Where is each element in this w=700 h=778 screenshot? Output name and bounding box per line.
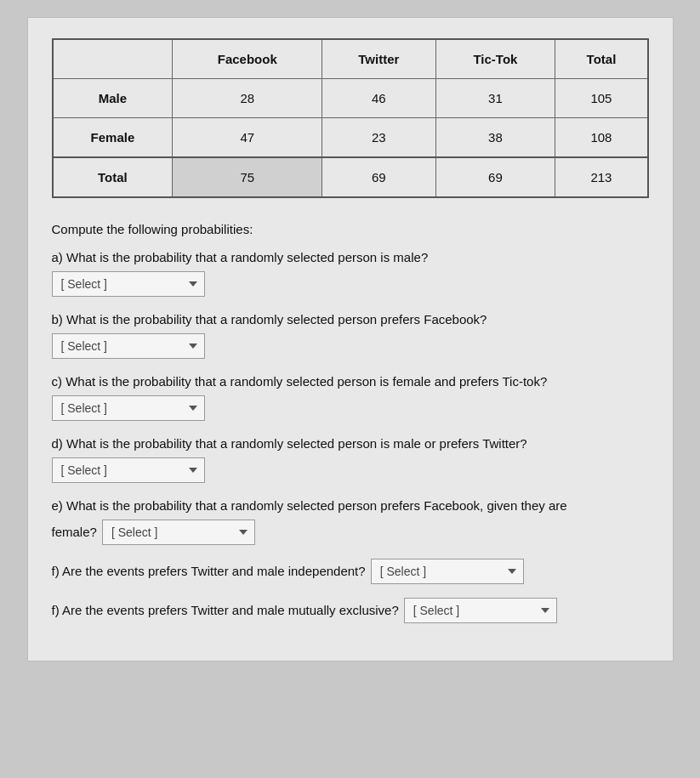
select-b[interactable]: [ Select ] 105/213 108/213 75/213 69/213… [52, 333, 205, 359]
select-c[interactable]: [ Select ] 105/213 108/213 75/213 69/213… [52, 395, 205, 421]
cell-total-twitter: 69 [322, 157, 435, 197]
question-a-select-row: [ Select ] 105/213 108/213 75/213 69/213… [52, 271, 649, 297]
select-f1[interactable]: [ Select ] Yes No [371, 559, 524, 584]
question-c-select-row: [ Select ] 105/213 108/213 75/213 69/213… [52, 395, 649, 421]
question-b-block: b) What is the probability that a random… [52, 310, 649, 359]
row-label-total: Total [53, 157, 173, 197]
question-f1-prefix: f) Are the events prefers Twitter and ma… [52, 562, 366, 582]
question-d-text: d) What is the probability that a random… [52, 434, 649, 452]
question-d-select-row: [ Select ] 105/213 108/213 75/213 69/213… [52, 457, 649, 483]
cell-female-tictok: 38 [435, 118, 555, 158]
question-section: Compute the following probabilities: a) … [52, 222, 649, 623]
question-a-text: a) What is the probability that a random… [52, 248, 649, 266]
cell-male-facebook: 28 [173, 79, 322, 118]
header-empty [53, 39, 173, 79]
cell-male-total: 105 [555, 79, 648, 118]
header-facebook: Facebook [173, 39, 322, 79]
header-total: Total [555, 39, 648, 79]
question-e-inline: female? [ Select ] 105/213 108/213 75/21… [52, 520, 649, 545]
page-container: Facebook Twitter Tic-Tok Total Male 28 4… [27, 17, 674, 662]
question-c-text: c) What is the probability that a random… [52, 372, 649, 390]
question-e-inline-label: female? [52, 523, 97, 542]
question-f2-inline: f) Are the events prefers Twitter and ma… [52, 598, 649, 623]
cell-total-tictok: 69 [435, 157, 555, 197]
question-b-select-row: [ Select ] 105/213 108/213 75/213 69/213… [52, 333, 649, 359]
question-e-block: e) What is the probability that a random… [52, 497, 649, 545]
select-a[interactable]: [ Select ] 105/213 108/213 75/213 69/213… [52, 271, 205, 297]
select-f2[interactable]: [ Select ] Yes No [404, 598, 557, 623]
intro-text: Compute the following probabilities: [52, 222, 649, 236]
question-f1-inline: f) Are the events prefers Twitter and ma… [52, 559, 649, 584]
select-d[interactable]: [ Select ] 105/213 108/213 75/213 69/213… [52, 457, 205, 483]
question-f2-prefix: f) Are the events prefers Twitter and ma… [52, 601, 399, 621]
question-a-block: a) What is the probability that a random… [52, 248, 649, 297]
row-label-female: Female [53, 118, 173, 158]
row-label-male: Male [53, 79, 173, 118]
question-c-block: c) What is the probability that a random… [52, 372, 649, 421]
cell-female-twitter: 23 [322, 118, 435, 158]
question-d-block: d) What is the probability that a random… [52, 434, 649, 483]
select-e[interactable]: [ Select ] 105/213 108/213 75/213 69/213… [102, 520, 255, 545]
table-row: Female 47 23 38 108 [53, 118, 648, 158]
cell-male-twitter: 46 [322, 79, 435, 118]
question-f1-block: f) Are the events prefers Twitter and ma… [52, 559, 649, 584]
table-row: Male 28 46 31 105 [53, 79, 648, 118]
question-b-text: b) What is the probability that a random… [52, 310, 649, 328]
header-twitter: Twitter [322, 39, 435, 79]
cell-female-total: 108 [555, 118, 648, 158]
cell-female-facebook: 47 [173, 118, 322, 158]
cell-total-total: 213 [555, 157, 648, 197]
header-tictok: Tic-Tok [435, 39, 555, 79]
cell-total-facebook: 75 [173, 157, 322, 197]
question-e-prefix: e) What is the probability that a random… [52, 497, 649, 514]
table-row: Total 75 69 69 213 [53, 157, 648, 197]
data-table: Facebook Twitter Tic-Tok Total Male 28 4… [52, 38, 649, 198]
question-f2-block: f) Are the events prefers Twitter and ma… [52, 598, 649, 623]
cell-male-tictok: 31 [435, 79, 555, 118]
